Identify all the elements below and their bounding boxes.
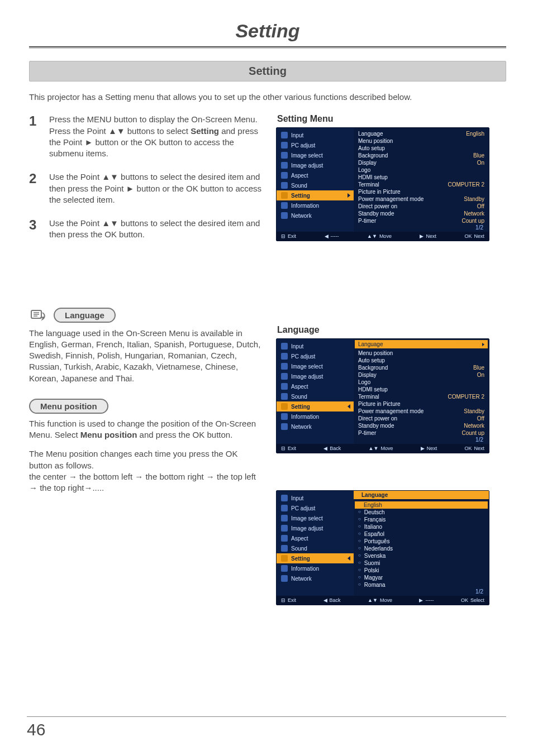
osd-menu-aspect[interactable]: Aspect [277,170,354,180]
osd2-menu-pcadjust[interactable]: PC adjust [277,351,354,361]
osd2-panel: LanguageEnglish Menu position Auto setup… [354,339,489,444]
osd-footer-back[interactable]: ◀----- [325,233,339,239]
lang-portugues[interactable]: Português [357,538,486,545]
setting-menu-heading: Setting Menu [277,114,506,124]
lang-magyar[interactable]: Magyar [357,574,486,581]
lang-polski[interactable]: Polski [357,567,486,574]
lang-romana[interactable]: Romana [357,581,486,588]
step-2: 2 Use the Point ▲▼ buttons to select the… [29,171,263,205]
osd-menu-information[interactable]: Information [277,200,354,210]
step-1-num: 1 [29,114,41,159]
language-heading: Language [277,325,506,335]
step-3-text: Use the Point ▲▼ buttons to select the d… [49,218,263,241]
lang-deutsch[interactable]: Deutsch [357,509,486,516]
osd-language-list: Input PC adjust Image select Image adjus… [276,490,489,605]
osd3-menu-aspect[interactable]: Aspect [277,533,354,543]
language-label-pill: Language [54,308,116,323]
osd3-menu-list: Input PC adjust Image select Image adjus… [277,491,354,596]
osd2-row-language[interactable]: LanguageEnglish [355,340,488,348]
mp-p1bold: Menu position [80,430,137,439]
osd-footer-ok[interactable]: OK Next [464,233,484,239]
osd2-menu-input[interactable]: Input [277,341,354,351]
osd3-menu-pcadjust[interactable]: PC adjust [277,503,354,513]
osd3-pager: 1/2 [357,588,486,595]
osd3-menu-information[interactable]: Information [277,563,354,573]
osd2-menu-aspect[interactable]: Aspect [277,381,354,391]
osd3-footer-exit[interactable]: ⊟ Exit [281,597,296,603]
osd2-footer-move[interactable]: ▲▼Move [369,446,393,451]
osd2-menu-information[interactable]: Information [277,412,354,422]
osd2-menu-setting[interactable]: Setting [277,401,354,412]
step-3-num: 3 [29,218,41,241]
osd-menu-setting[interactable]: Setting [277,190,354,200]
step-1-bold: Setting [191,126,219,136]
osd-footer-move[interactable]: ▲▼Move [367,233,392,239]
osd3-footer-move[interactable]: ▲▼Move [368,597,392,603]
menu-position-label-pill: Menu position [29,399,108,414]
osd2-menu-imageadjust[interactable]: Image adjust [277,371,354,381]
osd2-footer-back[interactable]: ◀Back [323,446,341,451]
osd3-menu-network[interactable]: Network [277,573,354,583]
osd2-menu-sound[interactable]: Sound [277,391,354,401]
page-title: Setting [29,20,506,46]
mp-p1b: and press the OK button. [137,430,232,439]
osd3-menu-input[interactable]: Input [277,493,354,503]
osd2-footer-exit[interactable]: ⊟ Exit [281,446,296,451]
step-3: 3 Use the Point ▲▼ buttons to select the… [29,218,263,241]
menu-position-p1: This function is used to change the posi… [29,418,263,441]
step-1-text: Press the MENU button to display the On-… [49,114,263,159]
lang-suomi[interactable]: Suomi [357,559,486,567]
osd2-menu-network[interactable]: Network [277,422,354,432]
intro-text: This projector has a Setting menu that a… [29,92,506,103]
osd-menu-pcadjust[interactable]: PC adjust [277,140,354,150]
osd2-footer-next[interactable]: ▶Next [421,446,437,451]
osd3-menu-imageadjust[interactable]: Image adjust [277,523,354,533]
rule-thin [29,48,506,49]
section-bar: Setting [29,61,506,82]
osd2-menu-imageselect[interactable]: Image select [277,361,354,371]
lang-svenska[interactable]: Svenska [357,552,486,559]
osd2-footer: ⊟ Exit ◀Back ▲▼Move ▶Next OK Next [277,444,489,453]
osd-language-row: Input PC adjust Image select Image adjus… [276,338,489,453]
language-paragraph: The language used in the On-Screen Menu … [29,328,263,384]
osd-menu-sound[interactable]: Sound [277,180,354,190]
page-number: 46 [27,716,506,739]
osd2-menu-list: Input PC adjust Image select Image adjus… [277,339,354,444]
menu-position-p3: the center → the bottom left → the botto… [29,471,263,494]
osd-menu-list: Input PC adjust Image select Image adjus… [277,128,354,232]
lang-francais[interactable]: Français [357,516,486,523]
osd3-lang-panel: Language English Deutsch Français Italia… [354,491,489,596]
osd3-lang-title: Language [354,491,489,499]
osd-menu-input[interactable]: Input [277,130,354,140]
osd3-menu-imageselect[interactable]: Image select [277,513,354,523]
osd3-footer-back[interactable]: ◀Back [323,597,341,603]
osd2-footer-ok[interactable]: OK Next [464,446,484,451]
osd-pager: 1/2 [357,224,486,231]
step-2-text: Use the Point ▲▼ buttons to select the d… [49,171,263,205]
osd3-menu-setting[interactable]: Setting [277,553,354,563]
language-icon [29,308,48,323]
osd3-menu-sound[interactable]: Sound [277,543,354,553]
step-2-num: 2 [29,171,41,205]
osd-setting-panel: LanguageEnglish Menu position Auto setup… [354,128,489,232]
lang-english[interactable]: English [355,501,488,509]
osd-setting-menu: Input PC adjust Image select Image adjus… [276,127,489,241]
lang-nederlands[interactable]: Nederlands [357,545,486,552]
osd3-footer-next[interactable]: ▶----- [419,597,434,603]
osd3-footer: ⊟ Exit ◀Back ▲▼Move ▶----- OK Select [277,596,489,605]
osd-footer: ⊟ Exit ◀----- ▲▼Move ▶Next OK Next [277,232,489,241]
lang-espanol[interactable]: Español [357,530,486,538]
osd-footer-exit[interactable]: ⊟ Exit [281,233,296,239]
osd-menu-imageselect[interactable]: Image select [277,150,354,160]
osd2-pager: 1/2 [357,437,486,443]
rule-thick [29,46,506,47]
osd-menu-network[interactable]: Network [277,210,354,221]
menu-position-p2: The Menu position changes each time you … [29,448,263,471]
lang-italiano[interactable]: Italiano [357,523,486,530]
step-1: 1 Press the MENU button to display the O… [29,114,263,159]
osd3-footer-select[interactable]: OK Select [461,597,484,603]
osd-menu-imageadjust[interactable]: Image adjust [277,160,354,170]
osd-footer-next[interactable]: ▶Next [420,233,436,239]
